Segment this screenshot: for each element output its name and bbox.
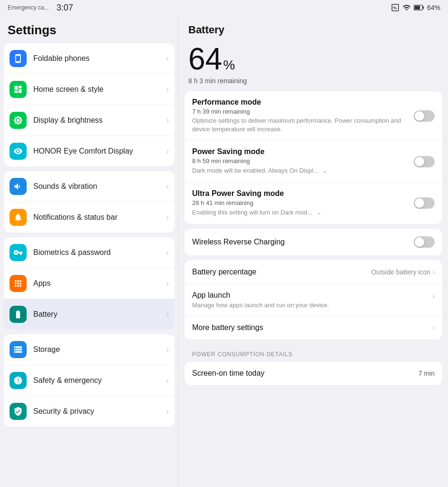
- sidebar-item-label: Display & brightness: [33, 116, 166, 126]
- power-saving-mode-desc: Dark mode will be enabled. Always On Dis…: [192, 166, 408, 175]
- notifications-icon: [10, 209, 27, 226]
- chevron-icon: ›: [166, 345, 169, 354]
- ultra-power-saving-title: Ultra Power Saving mode: [192, 189, 408, 198]
- wireless-reverse-card: Wireless Reverse Charging: [185, 229, 442, 255]
- performance-mode-right: [414, 110, 435, 122]
- battery-percent-number: 64: [188, 44, 222, 74]
- sidebar-item-notifications[interactable]: Notifications & status bar ›: [4, 202, 175, 233]
- app-launch-desc: Manage how apps launch and run on your d…: [192, 302, 432, 309]
- screen-on-time-label: Screen-on time today: [192, 369, 419, 378]
- ultra-power-saving-expand-btn[interactable]: ⌄: [316, 208, 322, 216]
- chevron-icon: ›: [166, 407, 169, 416]
- sidebar: Settings Foldable phones › Home screen &…: [0, 15, 178, 487]
- sidebar-group-sounds: Sounds & vibration › Notifications & sta…: [4, 171, 175, 233]
- sidebar-item-label: Notifications & status bar: [33, 213, 166, 223]
- battery-percentage-value: Outside battery icon: [371, 268, 430, 276]
- app-launch-label: App launch: [192, 291, 432, 300]
- power-consumption-section-label: POWER CONSUMPTION DETAILS: [179, 344, 448, 361]
- wireless-reverse-toggle[interactable]: [414, 236, 435, 248]
- chevron-icon: ›: [166, 85, 169, 94]
- sidebar-group-storage: Storage › Safety & emergency › Security …: [4, 334, 175, 427]
- wireless-reverse-item[interactable]: Wireless Reverse Charging: [185, 229, 442, 255]
- more-battery-settings-item[interactable]: More battery settings ›: [185, 316, 442, 340]
- status-bar: Emergency ca... 3:07 64%: [0, 0, 448, 15]
- sidebar-item-home-screen[interactable]: Home screen & style ›: [4, 74, 175, 105]
- sidebar-item-label: Storage: [33, 345, 166, 355]
- sidebar-title: Settings: [4, 15, 175, 43]
- battery-percentage-label: Battery percentage: [192, 268, 371, 276]
- performance-mode-title: Performance mode: [192, 98, 408, 107]
- screen-on-time-item[interactable]: Screen-on time today 7 min: [185, 361, 442, 385]
- chevron-icon: ›: [166, 182, 169, 191]
- battery-percent-status: 64%: [427, 4, 440, 11]
- sounds-icon: [10, 178, 27, 195]
- sidebar-item-label: Biometrics & password: [33, 248, 166, 258]
- chevron-icon: ›: [166, 310, 169, 319]
- battery-percentage-item[interactable]: Battery percentage Outside battery icon …: [185, 260, 442, 284]
- sidebar-item-honor-eye[interactable]: HONOR Eye Comfort Display ›: [4, 136, 175, 166]
- sidebar-item-label: Foldable phones: [33, 54, 166, 64]
- battery-percent-row: 64 %: [179, 40, 448, 76]
- display-brightness-icon: [10, 112, 27, 129]
- power-saving-mode-content: Power Saving mode 8 h 59 min remaining D…: [192, 147, 408, 175]
- chevron-icon: ›: [166, 54, 169, 63]
- power-saving-expand-btn[interactable]: ⌄: [322, 166, 328, 174]
- foldable-phones-icon: [10, 50, 27, 67]
- performance-mode-item[interactable]: Performance mode 7 h 39 min remaining Op…: [185, 91, 442, 141]
- sidebar-item-storage[interactable]: Storage ›: [4, 334, 175, 365]
- screen-on-time-value: 7 min: [419, 370, 435, 377]
- performance-mode-toggle[interactable]: [414, 110, 435, 122]
- security-icon: [10, 403, 27, 420]
- battery-percentage-chevron: ›: [432, 268, 435, 276]
- ultra-power-saving-item[interactable]: Ultra Power Saving mode 28 h 41 min rema…: [185, 183, 442, 224]
- more-battery-settings-chevron: ›: [432, 323, 435, 331]
- status-time: 3:07: [57, 3, 73, 13]
- sidebar-item-foldable-phones[interactable]: Foldable phones ›: [4, 43, 175, 74]
- sidebar-item-label: Home screen & style: [33, 85, 166, 95]
- battery-title: Battery: [179, 15, 448, 40]
- svg-rect-1: [423, 6, 424, 9]
- battery-icon: [414, 4, 424, 11]
- emergency-text: Emergency ca...: [8, 4, 49, 11]
- chevron-icon: ›: [166, 116, 169, 125]
- chevron-icon: ›: [166, 279, 169, 288]
- performance-mode-desc: Optimize settings to deliver maximum per…: [192, 117, 408, 134]
- performance-mode-content: Performance mode 7 h 39 min remaining Op…: [192, 98, 408, 134]
- sidebar-item-display-brightness[interactable]: Display & brightness ›: [4, 105, 175, 136]
- status-right-icons: 64%: [391, 3, 440, 12]
- app-launch-item[interactable]: App launch Manage how apps launch and ru…: [185, 284, 442, 316]
- sidebar-item-label: Safety & emergency: [33, 376, 166, 386]
- ultra-power-saving-desc: Enabling this setting will turn on Dark …: [192, 208, 408, 217]
- sidebar-item-label: HONOR Eye Comfort Display: [33, 146, 166, 156]
- ultra-power-saving-right: [414, 197, 435, 209]
- sidebar-item-biometrics[interactable]: Biometrics & password ›: [4, 237, 175, 268]
- battery-sidebar-icon: [10, 306, 27, 323]
- home-screen-icon: [10, 81, 27, 98]
- wifi-icon: [402, 3, 411, 12]
- honor-eye-icon: [10, 143, 27, 160]
- ultra-power-saving-content: Ultra Power Saving mode 28 h 41 min rema…: [192, 189, 408, 217]
- more-battery-settings-label: More battery settings: [192, 323, 432, 332]
- biometrics-icon: [10, 244, 27, 261]
- sidebar-item-security-privacy[interactable]: Security & privacy ›: [4, 396, 175, 427]
- ultra-power-saving-toggle[interactable]: [414, 197, 435, 209]
- sidebar-item-apps[interactable]: Apps ›: [4, 268, 175, 299]
- chevron-icon: ›: [166, 213, 169, 222]
- chevron-icon: ›: [166, 147, 169, 156]
- chevron-icon: ›: [166, 248, 169, 257]
- power-saving-mode-item[interactable]: Power Saving mode 8 h 59 min remaining D…: [185, 141, 442, 183]
- sidebar-item-battery[interactable]: Battery ›: [4, 299, 175, 330]
- power-saving-mode-toggle[interactable]: [414, 156, 435, 167]
- power-consumption-card: Screen-on time today 7 min: [185, 361, 442, 385]
- power-saving-mode-title: Power Saving mode: [192, 147, 408, 156]
- battery-remaining-text: 8 h 3 min remaining: [179, 76, 448, 91]
- sidebar-item-sounds-vibration[interactable]: Sounds & vibration ›: [4, 171, 175, 202]
- sidebar-item-label: Battery: [33, 310, 166, 320]
- storage-icon: [10, 341, 27, 358]
- chevron-icon: ›: [166, 376, 169, 385]
- wireless-reverse-label: Wireless Reverse Charging: [192, 238, 414, 246]
- battery-options-card: Battery percentage Outside battery icon …: [185, 260, 442, 340]
- right-panel: Battery 64 % 8 h 3 min remaining Perform…: [179, 15, 448, 487]
- sidebar-group-security: Biometrics & password › Apps › Battery ›: [4, 237, 175, 330]
- sidebar-item-safety-emergency[interactable]: Safety & emergency ›: [4, 365, 175, 396]
